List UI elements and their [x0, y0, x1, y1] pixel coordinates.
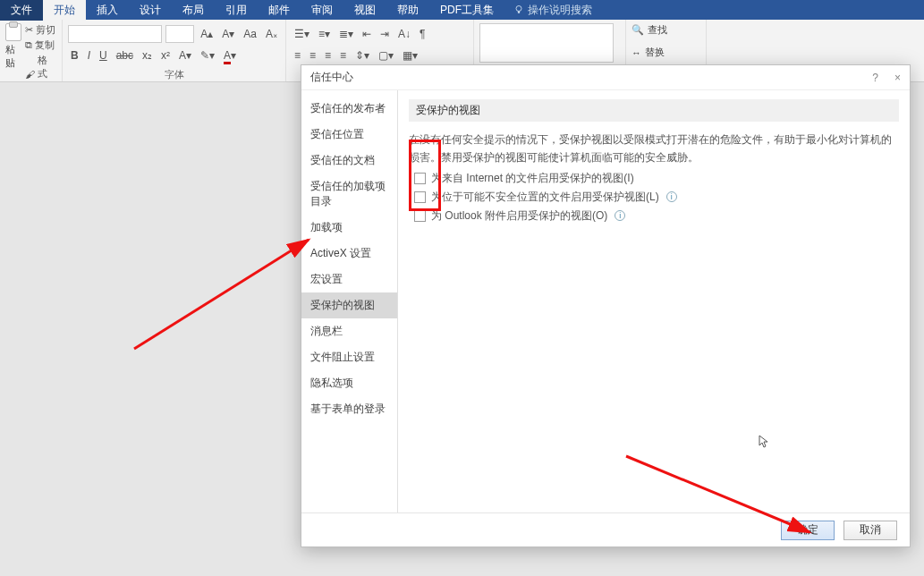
tab-help[interactable]: 帮助 [386, 0, 429, 21]
tab-mailings[interactable]: 邮件 [258, 0, 301, 21]
clear-format-button[interactable]: Aₓ [263, 26, 280, 42]
subscript-button[interactable]: x₂ [140, 47, 155, 64]
cancel-button[interactable]: 取消 [843, 521, 897, 540]
font-size-combo[interactable] [165, 25, 194, 43]
multilevel-button[interactable]: ≣▾ [336, 26, 356, 42]
info-icon[interactable]: i [666, 191, 677, 202]
shrink-font-button[interactable]: A▾ [219, 26, 237, 42]
nav-trusted-locations[interactable]: 受信任位置 [301, 122, 397, 148]
check-row-outlook: 为 Outlook 附件启用受保护的视图(O) i [414, 208, 899, 224]
check-label-unsafe: 为位于可能不安全位置的文件启用受保护视图(L) [431, 190, 659, 205]
find-button[interactable]: 🔍 查找 [632, 23, 700, 37]
checkbox-unsafe-location[interactable] [414, 191, 426, 203]
dialog-title-text: 信任中心 [310, 70, 353, 85]
group-font-label: 字体 [68, 66, 280, 82]
tab-pdftools[interactable]: PDF工具集 [429, 0, 504, 21]
nav-message-bar[interactable]: 消息栏 [301, 318, 397, 344]
dialog-help-button[interactable]: ? [872, 72, 878, 84]
nav-trusted-publishers[interactable]: 受信任的发布者 [301, 96, 397, 122]
tab-review[interactable]: 审阅 [301, 0, 343, 21]
increase-indent-button[interactable]: ⇥ [377, 26, 392, 42]
dialog-footer: 确定 取消 [301, 512, 910, 546]
check-label-internet: 为来自 Internet 的文件启用受保护的视图(I) [431, 171, 634, 186]
checkbox-internet[interactable] [414, 173, 426, 184]
cut-button[interactable]: ✂ 剪切 [25, 23, 56, 37]
tab-design[interactable]: 设计 [129, 0, 172, 21]
paste-label: 粘贴 [5, 43, 21, 70]
align-center-button[interactable]: ≡ [307, 47, 318, 64]
check-row-unsafe: 为位于可能不安全位置的文件启用受保护视图(L) i [414, 190, 899, 205]
svg-point-0 [516, 6, 521, 12]
font-family-combo[interactable] [68, 25, 162, 43]
nav-protected-view[interactable]: 受保护的视图 [301, 292, 397, 318]
trust-center-dialog: 信任中心 ? × 受信任的发布者 受信任位置 受信任的文档 受信任的加载项目录 … [301, 64, 911, 547]
nav-file-block[interactable]: 文件阻止设置 [301, 344, 397, 370]
justify-button[interactable]: ≡ [337, 47, 349, 64]
nav-macro[interactable]: 宏设置 [301, 267, 397, 292]
dialog-close-button[interactable]: × [894, 72, 901, 84]
superscript-button[interactable]: x² [158, 47, 173, 64]
nav-trusted-documents[interactable]: 受信任的文档 [301, 148, 397, 174]
tab-insert[interactable]: 插入 [86, 0, 129, 21]
nav-addins[interactable]: 加载项 [301, 215, 397, 241]
dialog-nav: 受信任的发布者 受信任位置 受信任的文档 受信任的加载项目录 加载项 Activ… [301, 90, 398, 512]
text-effects-button[interactable]: A▾ [176, 47, 194, 64]
replace-button[interactable]: ↔ 替换 [632, 46, 700, 59]
tab-references[interactable]: 引用 [215, 0, 258, 21]
tab-file[interactable]: 文件 [0, 0, 43, 21]
section-description: 在没有任何安全提示的情况下，受保护视图以受限模式打开潜在的危险文件，有助于最小化… [409, 131, 899, 167]
ok-button[interactable]: 确定 [781, 521, 835, 540]
check-label-outlook: 为 Outlook 附件启用受保护的视图(O) [431, 208, 607, 224]
align-right-button[interactable]: ≡ [322, 47, 334, 64]
numbering-button[interactable]: ≡▾ [316, 26, 333, 42]
bold-button[interactable]: B [68, 47, 81, 64]
styles-gallery[interactable] [479, 23, 614, 63]
check-row-internet: 为来自 Internet 的文件启用受保护的视图(I) [414, 171, 899, 186]
underline-button[interactable]: U [97, 47, 110, 64]
nav-trusted-addins[interactable]: 受信任的加载项目录 [301, 174, 397, 215]
section-header: 受保护的视图 [409, 99, 899, 122]
grow-font-button[interactable]: A▴ [198, 26, 216, 42]
group-clipboard: 粘贴 ✂ 剪切 ⧉ 复制 🖌 格式刷 剪贴板 [0, 20, 63, 81]
group-font: A▴ A▾ Aa Aₓ B I U abc x₂ x² A▾ ✎▾ A▾ 字体 [63, 20, 286, 81]
nav-activex[interactable]: ActiveX 设置 [301, 241, 397, 267]
dialog-content: 受保护的视图 在没有任何安全提示的情况下，受保护视图以受限模式打开潜在的危险文件… [398, 90, 910, 512]
nav-privacy[interactable]: 隐私选项 [301, 370, 397, 396]
tell-me-search[interactable]: 操作说明搜索 [504, 3, 601, 18]
strikethrough-button[interactable]: abc [114, 47, 136, 64]
change-case-button[interactable]: Aa [241, 26, 259, 42]
shading-button[interactable]: ▢▾ [376, 47, 396, 64]
copy-button[interactable]: ⧉ 复制 [25, 38, 56, 52]
sort-button[interactable]: A↓ [395, 26, 413, 42]
tab-view[interactable]: 视图 [343, 0, 386, 21]
tab-home[interactable]: 开始 [43, 0, 86, 21]
nav-form-login[interactable]: 基于表单的登录 [301, 396, 397, 422]
italic-button[interactable]: I [85, 47, 93, 64]
paste-icon [5, 23, 21, 41]
ribbon-tabs: 文件 开始 插入 设计 布局 引用 邮件 审阅 视图 帮助 PDF工具集 操作说… [0, 0, 924, 20]
tab-layout[interactable]: 布局 [172, 0, 215, 21]
dialog-titlebar: 信任中心 ? × [301, 65, 910, 90]
highlight-button[interactable]: ✎▾ [198, 47, 217, 64]
borders-button[interactable]: ▦▾ [400, 47, 420, 64]
lightbulb-icon [513, 4, 524, 15]
checkbox-outlook[interactable] [414, 210, 426, 222]
bullets-button[interactable]: ☰▾ [292, 26, 312, 42]
font-color-button[interactable]: A▾ [221, 47, 239, 64]
align-left-button[interactable]: ≡ [292, 47, 303, 64]
line-spacing-button[interactable]: ⇕▾ [352, 47, 372, 64]
svg-rect-1 [518, 12, 520, 13]
decrease-indent-button[interactable]: ⇤ [360, 26, 374, 42]
tell-me-label: 操作说明搜索 [528, 3, 592, 18]
show-marks-button[interactable]: ¶ [417, 26, 428, 42]
info-icon[interactable]: i [615, 210, 625, 221]
